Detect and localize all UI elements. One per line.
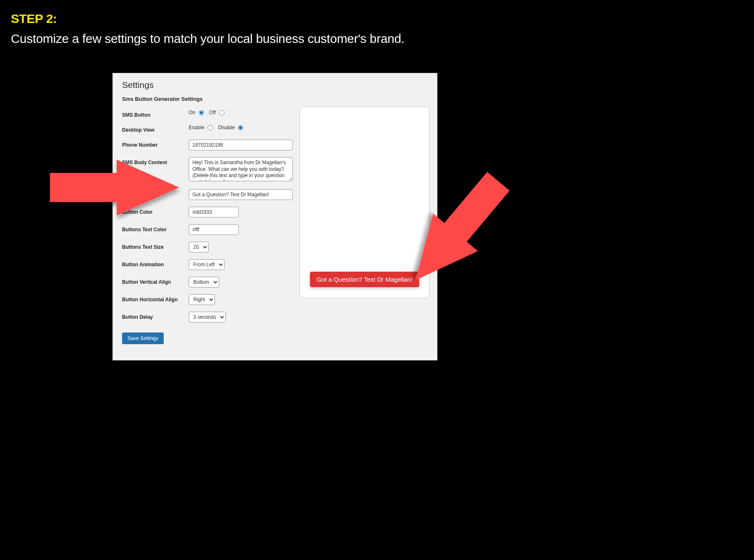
label-sms-button: SMS Button (122, 110, 189, 118)
radio-desktop-disable[interactable] (238, 125, 243, 130)
step-description: Customize a few settings to match your l… (11, 32, 522, 46)
page-title: Settings (122, 80, 428, 90)
step-label: STEP 2: (11, 12, 522, 26)
settings-panel: Settings Sms Button Generator Settings S… (112, 73, 437, 360)
label-sms-body: SMS Body Content (122, 157, 189, 165)
label-buttons-text-size: Buttons Text Size (122, 242, 189, 250)
select-buttons-text-size[interactable]: 20 (189, 242, 209, 252)
input-button-text[interactable] (189, 189, 293, 200)
section-title: Sms Button Generator Settings (122, 96, 428, 102)
radio-sms-off[interactable] (219, 110, 225, 115)
preview-box: Got a Question? Text Dr Magellan! (300, 107, 429, 298)
settings-form: SMS Button On Off Desktop View Enable Di… (122, 110, 297, 344)
label-button-animation: Button Animation (122, 259, 189, 268)
preview-sms-button[interactable]: Got a Question? Text Dr Magellan! (310, 272, 419, 287)
radio-label-off: Off (209, 110, 216, 115)
radio-desktop-enable[interactable] (207, 125, 213, 130)
label-button-vertical: Button Vertical Align (122, 277, 189, 285)
select-button-animation[interactable]: From Left (189, 259, 225, 270)
radio-label-on: On (189, 110, 195, 115)
select-button-horizontal[interactable]: Right (189, 294, 215, 305)
input-phone-number[interactable] (189, 140, 293, 150)
label-button-delay: Button Delay (122, 312, 189, 320)
label-phone-number: Phone Number (122, 140, 189, 148)
label-button-text: Button Text (122, 189, 189, 198)
label-button-color: Button Color (122, 207, 189, 215)
select-button-delay[interactable]: 3 seconds (189, 312, 226, 322)
label-buttons-text-color: Buttons Text Color (122, 224, 189, 232)
radio-label-disable: Disable (218, 125, 235, 130)
select-button-vertical[interactable]: Bottom (189, 277, 219, 288)
radio-sms-on[interactable] (199, 110, 204, 115)
input-button-color[interactable] (189, 207, 239, 218)
input-buttons-text-color[interactable] (189, 224, 239, 235)
radio-label-enable: Enable (189, 125, 204, 130)
label-button-horizontal: Button Horizontal Align (122, 294, 189, 302)
label-desktop-view: Desktop View (122, 125, 189, 133)
save-button[interactable]: Save Settings (122, 332, 164, 344)
input-sms-body[interactable]: Hey! This is Samantha from Dr Magellan's… (189, 157, 293, 181)
